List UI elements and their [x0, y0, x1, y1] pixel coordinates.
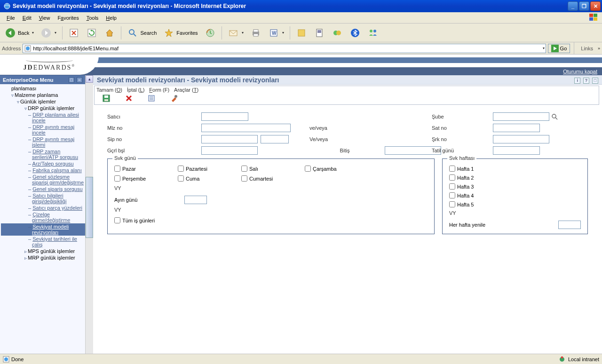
nav-minimize-icon[interactable]: −	[77, 77, 82, 83]
input-sube[interactable]	[493, 112, 549, 121]
cb-hafta3[interactable]: Hafta 3	[449, 183, 513, 190]
cb-carsamba[interactable]: Çarşamba	[305, 166, 371, 172]
input-mlzno[interactable]	[201, 124, 291, 132]
nav-item[interactable]: DRP ayrıntı mesaj işlemi	[1, 136, 85, 148]
cb-pazar[interactable]: Pazar	[114, 166, 178, 172]
menu-help[interactable]: Help	[102, 14, 120, 22]
tb-people-button[interactable]	[364, 25, 381, 40]
save-icon[interactable]	[102, 94, 111, 103]
cb-cuma[interactable]: Cuma	[178, 175, 241, 182]
tools-icon[interactable]	[170, 94, 178, 103]
tb-bluetooth-button[interactable]	[347, 25, 364, 40]
tb-yellow-button[interactable]	[293, 25, 310, 40]
mail-button[interactable]: ▾	[225, 25, 246, 40]
refresh-button[interactable]	[83, 25, 100, 40]
logout-link[interactable]: Oturumu kapat	[563, 69, 597, 74]
nav-item[interactable]: Malzeme planlama	[1, 92, 85, 98]
close-page-icon[interactable]: □	[592, 78, 598, 84]
cb-cumartesi[interactable]: Cumartesi	[241, 175, 305, 182]
nav-item[interactable]: Çizelge girme/değiştirme	[1, 211, 85, 223]
page-title-bar: Sevkiyat modeli revizyonları - Sevkiyat …	[93, 75, 602, 85]
nav-item[interactable]: MPS günlük işlemler	[1, 248, 85, 254]
favorites-button[interactable]: Favorites	[160, 25, 200, 40]
nav-item[interactable]: Arz/Talep sorgusu	[1, 160, 85, 167]
cb-hafta5[interactable]: Hafta 5	[449, 201, 513, 207]
svg-rect-20	[317, 30, 321, 33]
input-srkno[interactable]	[493, 135, 549, 143]
help-icon[interactable]: ?	[583, 78, 589, 84]
ie-menubar: File Edit View Favorites Tools Help	[0, 12, 602, 24]
cancel-icon[interactable]	[125, 94, 133, 103]
cb-persembe[interactable]: Perşembe	[114, 175, 178, 182]
page-icon	[24, 45, 32, 52]
menu-file[interactable]: File	[3, 14, 19, 22]
tb-device-button[interactable]	[311, 25, 328, 40]
input-sipno[interactable]	[201, 135, 258, 143]
label-sipno: Sip no	[107, 136, 122, 142]
edit-button[interactable]: W▾	[265, 25, 287, 40]
nav-item[interactable]: planlaması	[1, 85, 85, 92]
cb-hafta2[interactable]: Hafta 2	[449, 174, 513, 181]
input-satici[interactable]	[201, 112, 248, 121]
stop-button[interactable]	[65, 25, 82, 40]
menu-favorites[interactable]: Favorites	[54, 14, 82, 22]
nav-item[interactable]: MRP günlük işlemler	[1, 254, 85, 261]
tb-messenger-button[interactable]	[329, 25, 346, 40]
cb-hafta4[interactable]: Hafta 4	[449, 192, 513, 198]
nav-item[interactable]: Genel sözleşme siparişi girm/değiştrme	[1, 174, 85, 186]
forward-button[interactable]: ▾	[38, 25, 59, 40]
svg-rect-31	[104, 99, 108, 101]
action-iptal[interactable]: İptal (L)	[127, 87, 144, 93]
form-icon[interactable]	[147, 94, 156, 103]
menu-tools[interactable]: Tools	[83, 14, 103, 22]
cb-sali[interactable]: Salı	[241, 166, 305, 172]
input-heryenile[interactable]	[558, 221, 581, 229]
info-icon[interactable]: i	[574, 78, 580, 84]
nav-item[interactable]: Sevkiyat tarihleri ile çalış	[1, 236, 85, 248]
vscroll-thumb[interactable]	[86, 177, 93, 238]
nav-item[interactable]: DRP planlama ailesi incele	[1, 111, 85, 124]
search-button[interactable]: Search	[124, 25, 159, 40]
content-vscroll[interactable]: ▴ ▾	[86, 75, 93, 364]
action-tamam[interactable]: Tamam (O)	[96, 87, 122, 93]
nav-collapse-icon[interactable]: □	[69, 77, 74, 83]
vscroll-up[interactable]: ▴	[86, 75, 93, 83]
svg-rect-18	[298, 30, 305, 36]
menu-view[interactable]: View	[35, 14, 54, 22]
input-satno[interactable]	[493, 124, 540, 132]
window-minimize-button[interactable]: _	[568, 1, 578, 11]
home-button[interactable]	[101, 25, 118, 40]
cb-hafta1[interactable]: Hafta 1	[449, 166, 513, 172]
nav-item[interactable]: DRP zaman serileri/ATP sorgusu	[1, 148, 85, 160]
action-form[interactable]: Form (F)	[149, 87, 169, 93]
input-tatilgunu[interactable]	[493, 146, 540, 155]
address-dropdown[interactable]: ▾	[543, 46, 545, 50]
cb-pazartesi[interactable]: Pazartesi	[178, 166, 241, 172]
input-ayingunu[interactable]	[184, 196, 207, 204]
history-button[interactable]	[202, 25, 219, 40]
menu-edit[interactable]: Edit	[19, 14, 35, 22]
nav-item[interactable]: Satıcı bilgileri girişi/değişikliği	[1, 192, 85, 205]
window-close-button[interactable]: ✕	[590, 1, 601, 11]
links-label[interactable]: Links	[578, 46, 596, 51]
input-sipno2[interactable]	[261, 135, 289, 143]
nav-item[interactable]: Günlük işlemler	[1, 98, 85, 105]
legend-svk-haftasi: Svk haftası	[447, 155, 476, 161]
window-maximize-button[interactable]: ❐	[579, 1, 589, 11]
nav-item[interactable]: DRP ayrıntı mesaj incele	[1, 124, 85, 136]
nav-item[interactable]: Satıcı parça yüzdeleri	[1, 205, 85, 211]
input-gcrlbsl[interactable]	[201, 146, 258, 155]
nav-item[interactable]: Genel sipariş sorgusu	[1, 186, 85, 192]
go-button[interactable]: Go	[548, 44, 570, 53]
action-araclar[interactable]: Araçlar (T)	[174, 87, 198, 93]
nav-item[interactable]: Fabrika çalışma alanı	[1, 167, 85, 174]
nav-item[interactable]: Sevkiyat modeli revizyonları	[1, 223, 85, 236]
cb-tumis[interactable]: Tüm iş günleri	[114, 217, 428, 223]
label-tatilgunu: Tatil günü	[432, 148, 454, 153]
print-button[interactable]	[247, 25, 264, 40]
back-button[interactable]: Back ▾	[2, 25, 37, 40]
nav-item[interactable]: DRP günlük işlemler	[1, 105, 85, 111]
search-sube-icon[interactable]	[551, 113, 558, 120]
address-input[interactable]	[32, 46, 541, 51]
vscroll-track[interactable]	[86, 83, 93, 364]
